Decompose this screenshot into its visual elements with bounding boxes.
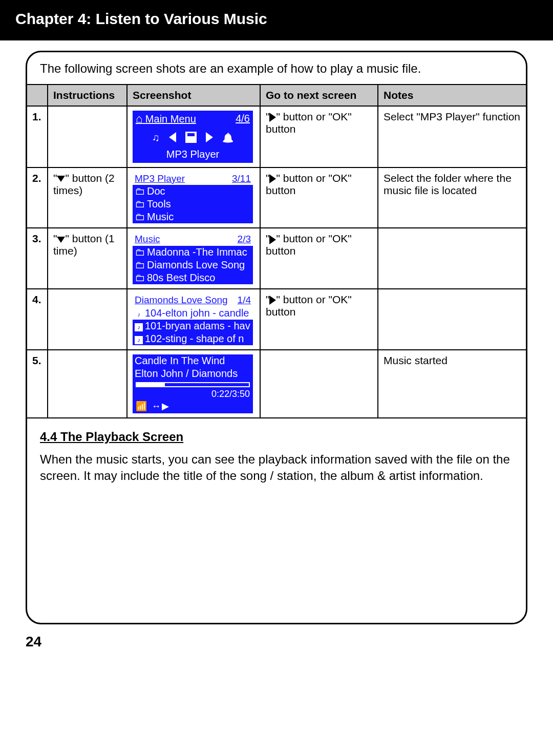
section-playback-screen: 4.4 The Playback Screen When the music s… <box>27 418 526 623</box>
section-heading: 4.4 The Playback Screen <box>40 430 513 444</box>
folder-icon <box>135 198 147 209</box>
list-item: 101-bryan adams - hav <box>133 320 253 332</box>
triangle-right-icon <box>206 132 213 142</box>
disk-icon <box>185 132 197 143</box>
device-screen-list: Music2/3 Madonna -The Immac Diamonds Lov… <box>133 233 253 284</box>
step-next: "" button or "OK" button <box>260 228 378 289</box>
screen-title: Music <box>135 233 160 245</box>
triangle-left-icon <box>169 132 176 142</box>
step-num: 4. <box>27 289 48 350</box>
table-row: 4. Diamonds Love Song1/4 104-elton john … <box>27 289 526 350</box>
col-gotonext: Go to next screen <box>260 85 378 106</box>
step-notes: Music started <box>378 350 526 418</box>
step-instr <box>48 106 127 167</box>
table-row: 1. Main Menu 4/6 <box>27 106 526 167</box>
list-item: Music <box>133 211 253 223</box>
step-next: "" button or "OK" button <box>260 167 378 228</box>
list-item: 102-sting - shape of n <box>133 332 253 345</box>
folder-icon <box>135 185 147 197</box>
step-instr: "" button (1 time) <box>48 228 127 289</box>
screen-title: Main Menu <box>145 113 196 124</box>
screen-title: MP3 Player <box>135 173 185 185</box>
screen-counter: 1/4 <box>238 294 251 306</box>
screen-title: Diamonds Love Song <box>135 294 228 306</box>
home-icon <box>136 113 142 124</box>
steps-table: Instructions Screenshot Go to next scree… <box>27 84 526 418</box>
chapter-title: Chapter 4: Listen to Various Music <box>15 10 267 27</box>
col-instructions: Instructions <box>48 85 127 106</box>
page-number: 24 <box>0 629 553 660</box>
step-notes: Select the folder where the music file i… <box>378 167 526 228</box>
section-body: When the music starts, you can see the p… <box>40 451 513 485</box>
list-item: 80s Best Disco <box>133 271 253 284</box>
note-icon <box>152 131 160 144</box>
music-file-icon <box>135 307 145 319</box>
step-instr <box>48 289 127 350</box>
list-item: Tools <box>133 198 253 211</box>
step-screenshot: Candle In The Wind Elton John / Diamonds… <box>127 350 260 418</box>
table-row: 2. "" button (2 times) MP3 Player3/11 Do… <box>27 167 526 228</box>
step-num: 3. <box>27 228 48 289</box>
screen-counter: 3/11 <box>232 173 251 185</box>
step-num: 2. <box>27 167 48 228</box>
music-file-icon <box>135 333 145 344</box>
triangle-right-icon <box>269 296 276 305</box>
table-row: 3. "" button (1 time) Music2/3 Madonna -… <box>27 228 526 289</box>
content-frame: The following screen shots are an exampl… <box>26 51 527 624</box>
list-item: 104-elton john - candle <box>133 307 253 320</box>
step-next <box>260 350 378 418</box>
step-instr <box>48 350 127 418</box>
step-screenshot: Main Menu 4/6 MP3 Player <box>127 106 260 167</box>
progress-bar <box>136 382 250 387</box>
col-screenshot: Screenshot <box>127 85 260 106</box>
step-next: "" button or "OK" button <box>260 106 378 167</box>
folder-icon <box>135 211 147 222</box>
device-screen-mainmenu: Main Menu 4/6 MP3 Player <box>133 111 253 163</box>
step-instr: "" button (2 times) <box>48 167 127 228</box>
folder-icon <box>135 272 147 283</box>
step-screenshot: Music2/3 Madonna -The Immac Diamonds Lov… <box>127 228 260 289</box>
triangle-right-icon <box>269 113 276 122</box>
device-screen-list: MP3 Player3/11 Doc Tools Music <box>133 172 253 224</box>
table-row: 5. Candle In The Wind Elton John / Diamo… <box>27 350 526 418</box>
screen-counter: 4/6 <box>236 112 250 125</box>
chapter-header: Chapter 4: Listen to Various Music <box>0 0 553 40</box>
col-notes: Notes <box>378 85 526 106</box>
step-notes <box>378 228 526 289</box>
list-item: Doc <box>133 185 253 198</box>
time-counter: 0:22/3:50 <box>133 388 253 400</box>
track-title: Candle In The Wind <box>133 354 253 367</box>
list-item: Diamonds Love Song <box>133 259 253 271</box>
step-next: "" button or "OK" button <box>260 289 378 350</box>
music-file-icon <box>135 320 145 331</box>
folder-icon <box>135 259 147 270</box>
step-num: 1. <box>27 106 48 167</box>
triangle-right-icon <box>269 235 276 244</box>
device-screen-playback: Candle In The Wind Elton John / Diamonds… <box>133 354 253 413</box>
step-notes <box>378 289 526 350</box>
triangle-down-icon <box>57 237 65 243</box>
list-item: Madonna -The Immac <box>133 246 253 259</box>
status-icons: 📶 ↔▶ <box>133 400 253 413</box>
triangle-down-icon <box>57 176 65 182</box>
step-num: 5. <box>27 350 48 418</box>
intro-text: The following screen shots are an exampl… <box>27 52 526 84</box>
step-screenshot: MP3 Player3/11 Doc Tools Music <box>127 167 260 228</box>
screen-counter: 2/3 <box>238 233 251 245</box>
device-screen-list: Diamonds Love Song1/4 104-elton john - c… <box>133 293 253 345</box>
col-num <box>27 85 48 106</box>
step-screenshot: Diamonds Love Song1/4 104-elton john - c… <box>127 289 260 350</box>
bell-icon <box>222 131 233 144</box>
step-notes: Select "MP3 Player" function <box>378 106 526 167</box>
triangle-right-icon <box>269 174 276 183</box>
track-artist-album: Elton John / Diamonds <box>133 367 253 380</box>
folder-icon <box>135 246 147 258</box>
screen-caption: MP3 Player <box>133 147 253 161</box>
